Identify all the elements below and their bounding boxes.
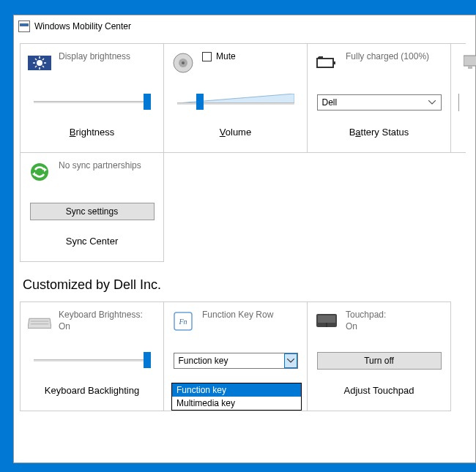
svg-rect-14 bbox=[317, 59, 333, 67]
brightness-slider[interactable] bbox=[34, 94, 151, 111]
brightness-icon bbox=[28, 51, 51, 75]
brightness-footer: Brightness bbox=[28, 117, 156, 146]
volume-slider[interactable] bbox=[177, 94, 294, 111]
tile-battery: Fully charged (100%) Dell Battery Status bbox=[307, 43, 451, 153]
fnkey-option-multimedia[interactable]: Multimedia key bbox=[172, 397, 301, 410]
sync-label: No sync partnerships bbox=[59, 160, 141, 172]
fn-key-icon: Fn bbox=[171, 310, 195, 333]
tiles-row-1: Display brightness Brightness bbox=[20, 43, 469, 152]
power-plan-value: Dell bbox=[322, 97, 338, 108]
touchpad-turnoff-button[interactable]: Turn off bbox=[317, 352, 442, 370]
keyboard-icon bbox=[28, 310, 51, 333]
tiles-row-3: Keyboard Brightness: On Keyboard Backlig… bbox=[20, 301, 469, 411]
content-area: Display brightness Brightness bbox=[14, 37, 475, 411]
tile-kb-backlight: Keyboard Brightness: On Keyboard Backlig… bbox=[20, 301, 164, 411]
touchpad-label: Touchpad: On bbox=[346, 310, 386, 332]
battery-footer: Battery Status bbox=[315, 117, 443, 146]
kb-backlight-label: Keyboard Brightness: On bbox=[59, 310, 143, 332]
monitor-icon bbox=[458, 51, 476, 75]
tile-touchpad: Touchpad: On Turn off Adjust Touchpad bbox=[307, 301, 451, 411]
chevron-down-icon bbox=[285, 355, 297, 367]
battery-icon bbox=[315, 51, 338, 75]
svg-text:Fn: Fn bbox=[178, 318, 187, 326]
mute-checkbox[interactable]: Mute bbox=[202, 51, 236, 61]
svg-rect-15 bbox=[333, 61, 335, 64]
fnkey-dropdown-list[interactable]: Function key Multimedia key bbox=[171, 383, 302, 411]
titlebar[interactable]: Windows Mobility Center bbox=[14, 15, 475, 37]
svg-rect-29 bbox=[318, 315, 335, 323]
vendor-section-title: Customized by Dell Inc. bbox=[23, 277, 469, 293]
touchpad-icon bbox=[315, 310, 338, 333]
svg-rect-19 bbox=[468, 66, 472, 69]
battery-label: Fully charged (100%) bbox=[346, 51, 429, 63]
sync-settings-button[interactable]: Sync settings bbox=[30, 203, 155, 220]
button-cutoff[interactable] bbox=[458, 94, 459, 111]
fnkey-option-function[interactable]: Function key bbox=[172, 383, 301, 397]
fnkey-combo[interactable]: Function key bbox=[174, 353, 298, 369]
tile-volume: Mute Volume bbox=[163, 43, 308, 153]
speaker-icon bbox=[171, 51, 195, 75]
power-plan-combo[interactable]: Dell bbox=[317, 94, 442, 110]
svg-rect-18 bbox=[464, 56, 476, 66]
brightness-label: Display brightness bbox=[59, 51, 130, 63]
kb-backlight-footer: Keyboard Backlighting bbox=[28, 375, 156, 405]
tile-brightness: Display brightness Brightness bbox=[20, 43, 164, 153]
tile-sync: No sync partnerships Sync settings Sync … bbox=[20, 152, 164, 262]
volume-footer: Volume bbox=[171, 117, 300, 146]
svg-marker-23 bbox=[28, 318, 51, 328]
svg-point-1 bbox=[37, 60, 42, 66]
tiles-row-2: No sync partnerships Sync settings Sync … bbox=[20, 152, 469, 261]
sync-footer: Sync Center bbox=[28, 226, 156, 255]
tile-cutoff-1 bbox=[450, 43, 466, 153]
mobility-center-window: Windows Mobility Center bbox=[13, 15, 476, 463]
svg-point-20 bbox=[31, 163, 48, 181]
window-title: Windows Mobility Center bbox=[34, 21, 131, 31]
svg-point-12 bbox=[182, 61, 185, 64]
fnkey-combo-value: Function key bbox=[179, 356, 228, 366]
touchpad-footer: Adjust Touchpad bbox=[315, 375, 443, 405]
kb-backlight-slider[interactable] bbox=[34, 352, 151, 370]
chevron-down-icon bbox=[426, 97, 438, 108]
fnkey-label: Function Key Row bbox=[202, 310, 273, 321]
sync-icon bbox=[28, 160, 51, 184]
app-icon bbox=[18, 20, 30, 32]
